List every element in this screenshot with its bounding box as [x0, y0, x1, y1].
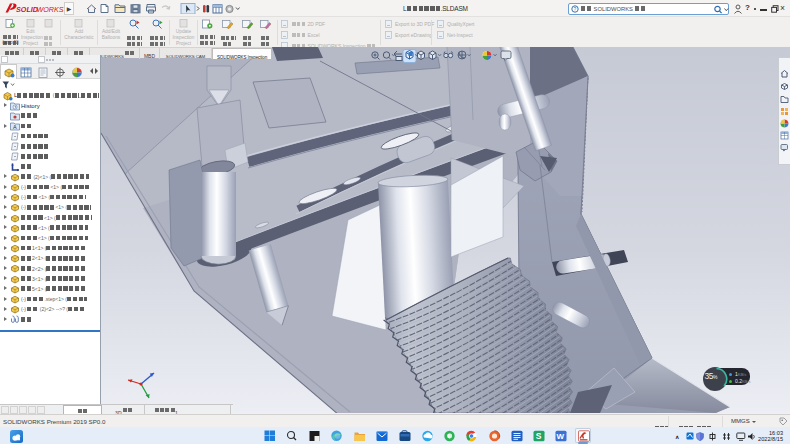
svg-text:S: S [535, 431, 541, 441]
svg-text:?: ? [574, 6, 577, 12]
svg-text:W: W [556, 432, 564, 441]
svg-text:A: A [13, 124, 17, 130]
svg-text:SOLID: SOLID [16, 5, 38, 14]
svg-text:WORKS: WORKS [37, 5, 64, 14]
